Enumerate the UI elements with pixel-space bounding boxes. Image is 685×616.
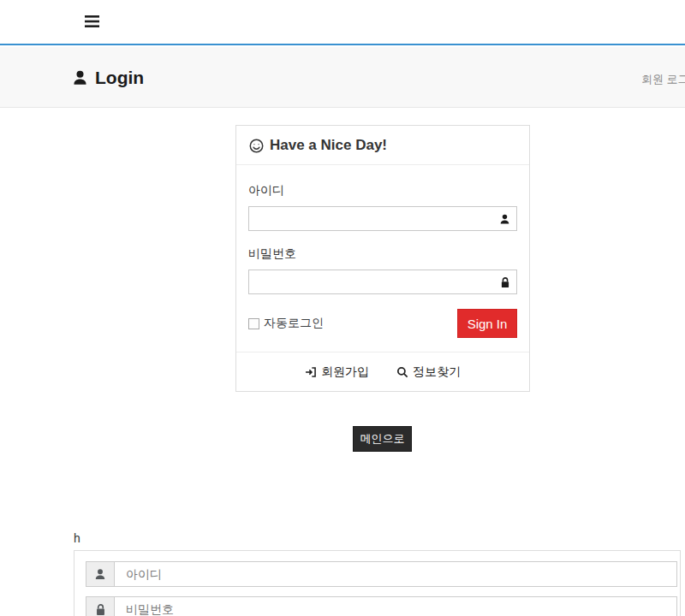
id-label: 아이디: [248, 183, 517, 198]
sign-in-button[interactable]: Sign In: [457, 309, 517, 338]
bottom-password-group: [86, 596, 677, 616]
bottom-id-input[interactable]: [114, 561, 677, 587]
auto-login-label: 자동로그인: [264, 316, 324, 331]
login-card-title: Have a Nice Day!: [270, 137, 387, 154]
bottom-login-panel: [74, 550, 681, 616]
register-link-label: 회원가입: [321, 364, 369, 380]
find-info-link[interactable]: 정보찾기: [396, 364, 461, 380]
register-link[interactable]: 회원가입: [305, 364, 369, 380]
login-card-body: 아이디 비밀번호: [236, 165, 529, 352]
hamburger-icon: [85, 15, 99, 27]
user-icon: [86, 561, 114, 587]
page-header: Login 회원 로그인: [0, 47, 685, 108]
id-input-wrap: [248, 206, 517, 231]
top-navbar: [0, 0, 685, 45]
login-card-footer: 회원가입 정보찾기: [236, 352, 529, 391]
password-input-wrap: [248, 270, 517, 294]
login-card: Have a Nice Day! 아이디 비밀번호: [235, 125, 530, 392]
bottom-id-group: [86, 561, 677, 587]
page-title-text: Login: [95, 68, 144, 88]
search-icon: [396, 366, 408, 378]
lock-icon: [500, 276, 510, 288]
password-input[interactable]: [248, 270, 517, 294]
menu-toggle-button[interactable]: [80, 10, 104, 33]
user-icon: [499, 213, 510, 224]
login-card-header: Have a Nice Day!: [236, 126, 529, 165]
login-page: Login 회원 로그인 Have a Nice Day! 아이디: [0, 0, 685, 616]
sign-in-icon: [305, 366, 317, 378]
password-label: 비밀번호: [248, 246, 517, 262]
breadcrumb: 회원 로그인: [641, 72, 685, 87]
options-row: 자동로그인 Sign In: [248, 309, 517, 338]
lock-icon: [86, 596, 114, 616]
auto-login-checkbox[interactable]: [248, 318, 259, 329]
go-main-button[interactable]: 메인으로: [353, 426, 412, 452]
bottom-heading: h: [74, 531, 80, 545]
smile-icon: [249, 139, 264, 153]
auto-login-option[interactable]: 자동로그인: [248, 316, 324, 331]
find-info-link-label: 정보찾기: [413, 364, 461, 380]
id-input[interactable]: [248, 206, 517, 231]
user-icon: [72, 69, 88, 86]
bottom-password-input[interactable]: [114, 596, 677, 616]
page-title: Login: [72, 47, 144, 108]
